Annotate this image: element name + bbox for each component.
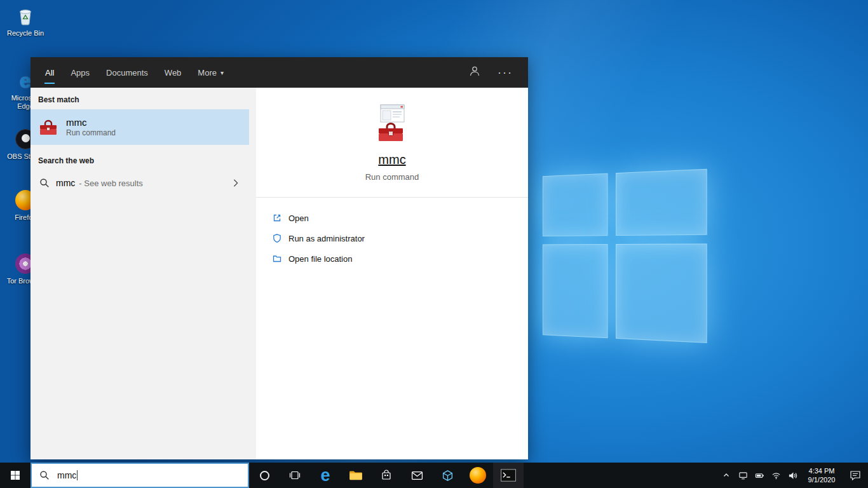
open-icon	[272, 213, 282, 223]
mail-button[interactable]	[402, 463, 432, 488]
tab-documents[interactable]: Documents	[98, 57, 156, 88]
tab-label: All	[45, 68, 54, 78]
action-label: Run as administrator	[288, 234, 365, 243]
windows-logo-icon	[10, 470, 20, 480]
action-label: Open file location	[288, 254, 352, 264]
volume-tray-icon[interactable]	[784, 463, 801, 488]
tab-label: Documents	[106, 68, 148, 78]
tab-web[interactable]: Web	[156, 57, 190, 88]
system-tray: 4:34 PM 9/1/2020	[718, 463, 868, 488]
mmc-toolbox-large-icon	[371, 103, 413, 144]
firefox-icon	[470, 467, 486, 484]
task-view-button[interactable]	[280, 463, 310, 488]
search-flyout-panel: All Apps Documents Web More ▾	[31, 57, 528, 459]
best-match-header: Best match	[31, 88, 256, 109]
3d-viewer-icon	[442, 470, 454, 482]
file-explorer-icon	[349, 470, 363, 481]
action-run-as-administrator[interactable]: Run as administrator	[272, 228, 528, 248]
search-icon	[39, 470, 50, 480]
action-center-button[interactable]	[843, 463, 868, 488]
action-open-file-location[interactable]: Open file location	[272, 248, 528, 269]
search-the-web-header: Search the web	[31, 145, 256, 170]
web-result-mmc[interactable]: mmc - See web results	[31, 170, 249, 196]
taskbar-search-input[interactable]: mmc	[31, 463, 249, 488]
desktop-icon-label: Recycle Bin	[5, 29, 46, 37]
mmc-toolbox-icon	[38, 117, 58, 137]
desktop: Recycle Bin e Microsoft Edge OBS Studio …	[0, 0, 868, 488]
search-tabs-bar: All Apps Documents Web More ▾	[31, 57, 528, 88]
firefox-taskbar-button[interactable]	[463, 463, 493, 488]
logo-pane	[616, 169, 707, 236]
preview-actions: Open Run as administrator	[256, 197, 528, 269]
edge-taskbar-button[interactable]: e	[310, 463, 341, 488]
action-label: Open	[288, 214, 309, 223]
start-button[interactable]	[0, 463, 31, 488]
show-hidden-icons-button[interactable]	[718, 463, 735, 488]
network-tray-icon[interactable]	[768, 463, 784, 488]
battery-tray-icon[interactable]	[751, 463, 768, 488]
best-match-result-mmc[interactable]: mmc Run command	[31, 109, 249, 145]
tab-label: Apps	[71, 68, 90, 78]
result-subtitle: Run command	[66, 128, 116, 138]
preview-title-link[interactable]: mmc	[378, 152, 405, 167]
clock-date: 9/1/2020	[808, 475, 836, 484]
web-query: mmc	[56, 178, 75, 188]
search-preview-pane: mmc Run command Open	[256, 88, 528, 459]
preview-subtitle: Run command	[365, 172, 419, 182]
display-tray-icon[interactable]	[735, 463, 751, 488]
tab-all[interactable]: All	[37, 57, 62, 88]
file-explorer-button[interactable]	[341, 463, 371, 488]
result-title: mmc	[66, 117, 116, 128]
wallpaper-windows-logo	[543, 169, 698, 334]
logo-pane	[616, 244, 707, 343]
cortana-button[interactable]	[249, 463, 280, 488]
desktop-icon-recycle-bin[interactable]: Recycle Bin	[5, 5, 46, 37]
search-results-list: Best match mmc Run command	[31, 88, 256, 459]
command-prompt-button[interactable]	[493, 463, 524, 488]
edge-icon: e	[320, 467, 330, 484]
cortana-icon	[260, 471, 269, 480]
chevron-down-icon: ▾	[220, 69, 224, 76]
taskbar: mmc e	[0, 463, 868, 488]
shield-icon	[272, 233, 282, 243]
action-open[interactable]: Open	[272, 208, 528, 228]
search-results-area: Best match mmc Run command	[31, 88, 528, 459]
logo-pane	[543, 173, 608, 237]
microsoft-store-button[interactable]	[371, 463, 402, 488]
tab-apps[interactable]: Apps	[62, 57, 98, 88]
taskbar-clock[interactable]: 4:34 PM 9/1/2020	[801, 463, 843, 488]
more-options-icon[interactable]: ···	[498, 69, 513, 76]
3d-viewer-button[interactable]	[432, 463, 463, 488]
chevron-right-icon[interactable]	[231, 179, 240, 187]
search-icon	[39, 178, 50, 188]
tab-more[interactable]: More ▾	[189, 57, 232, 88]
recycle-bin-icon	[15, 5, 36, 27]
mail-icon	[411, 471, 423, 480]
tab-label: More	[198, 68, 217, 78]
logo-pane	[543, 244, 608, 338]
tab-label: Web	[165, 68, 182, 78]
web-note: - See web results	[79, 179, 142, 188]
task-view-icon	[289, 471, 301, 480]
account-icon[interactable]	[468, 65, 481, 80]
text-cursor	[77, 470, 78, 480]
clock-time: 4:34 PM	[809, 466, 835, 475]
command-prompt-icon	[501, 469, 516, 482]
store-icon	[381, 470, 392, 481]
search-input-value: mmc	[57, 470, 76, 480]
folder-icon	[272, 254, 282, 264]
